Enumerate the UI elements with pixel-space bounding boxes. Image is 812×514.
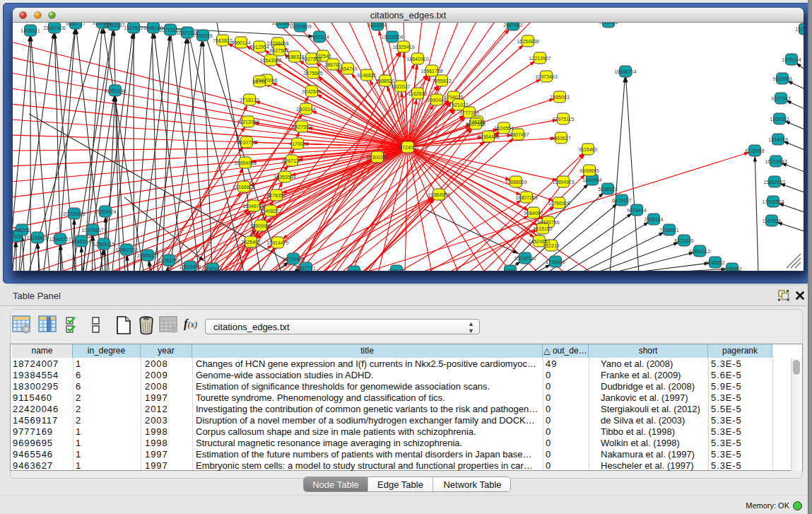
svg-text:20206526: 20206526 <box>63 211 85 216</box>
svg-text:9146821: 9146821 <box>357 73 376 78</box>
svg-text:23226058: 23226058 <box>266 41 288 46</box>
svg-text:1292344: 1292344 <box>203 267 222 271</box>
svg-text:9329966: 9329966 <box>772 76 792 81</box>
svg-text:15136141: 15136141 <box>514 256 536 261</box>
svg-text:16961758: 16961758 <box>420 69 442 74</box>
svg-text:8471676: 8471676 <box>674 238 693 243</box>
svg-text:16909946: 16909946 <box>249 223 271 228</box>
svg-text:12505115: 12505115 <box>93 242 115 247</box>
svg-text:1921022: 1921022 <box>449 103 468 107</box>
svg-text:10688609: 10688609 <box>505 180 526 185</box>
svg-text:1527602: 1527602 <box>124 25 143 30</box>
svg-text:2718170: 2718170 <box>240 98 259 103</box>
svg-text:8660124: 8660124 <box>231 40 250 45</box>
svg-text:2687682: 2687682 <box>503 23 522 28</box>
svg-text:12213369: 12213369 <box>237 119 259 124</box>
svg-text:549822: 549822 <box>262 209 278 214</box>
svg-text:1575104: 1575104 <box>795 27 804 32</box>
svg-text:232546: 232546 <box>314 54 331 59</box>
svg-text:1733426: 1733426 <box>546 259 565 264</box>
svg-text:10807487: 10807487 <box>507 132 529 137</box>
svg-text:9827502: 9827502 <box>269 48 288 53</box>
svg-text:10756928: 10756928 <box>548 201 570 206</box>
svg-text:1575104: 1575104 <box>782 57 801 62</box>
svg-text:12213967: 12213967 <box>529 56 551 61</box>
svg-text:9457771: 9457771 <box>296 266 315 271</box>
svg-text:8322037: 8322037 <box>391 84 410 89</box>
svg-text:417006: 417006 <box>289 141 305 146</box>
svg-text:17359924: 17359924 <box>94 209 116 214</box>
svg-text:9121056: 9121056 <box>599 23 618 25</box>
svg-text:10958127: 10958127 <box>136 253 158 258</box>
svg-text:8267130: 8267130 <box>282 158 301 163</box>
svg-text:15692921: 15692921 <box>763 180 785 185</box>
svg-text:9427552: 9427552 <box>292 124 311 129</box>
svg-text:21691406: 21691406 <box>43 25 65 30</box>
svg-text:5938923: 5938923 <box>598 187 617 192</box>
svg-text:9227342: 9227342 <box>771 96 790 101</box>
svg-text:1615152: 1615152 <box>533 226 552 231</box>
svg-text:9245652: 9245652 <box>722 267 741 271</box>
svg-text:16543982: 16543982 <box>259 58 281 63</box>
svg-text:16046706: 16046706 <box>242 204 264 209</box>
svg-text:1640954: 1640954 <box>582 177 601 182</box>
svg-text:1244419: 1244419 <box>768 137 787 142</box>
svg-text:8813054: 8813054 <box>367 23 387 28</box>
svg-text:12156829: 12156829 <box>26 235 48 240</box>
svg-text:9777169: 9777169 <box>459 110 478 115</box>
svg-text:10973493: 10973493 <box>535 74 557 79</box>
svg-text:17016504: 17016504 <box>762 199 784 204</box>
svg-text:10975867: 10975867 <box>81 228 103 233</box>
svg-text:2935114: 2935114 <box>645 217 664 222</box>
svg-text:3875685: 3875685 <box>303 71 322 76</box>
svg-text:16914479: 16914479 <box>266 240 288 245</box>
svg-text:1209382: 1209382 <box>770 117 789 122</box>
svg-text:6497568: 6497568 <box>466 122 485 127</box>
svg-text:18807249: 18807249 <box>515 195 537 200</box>
svg-text:1588520: 1588520 <box>375 78 394 83</box>
svg-text:20364436: 20364436 <box>477 134 499 139</box>
svg-text:19654985: 19654985 <box>234 160 256 165</box>
svg-text:9115460: 9115460 <box>579 147 598 152</box>
svg-text:1145194: 1145194 <box>72 239 91 244</box>
svg-text:7485063: 7485063 <box>550 95 569 100</box>
svg-text:9084067: 9084067 <box>524 211 543 216</box>
svg-text:8878352: 8878352 <box>266 193 286 198</box>
svg-text:7625402: 7625402 <box>241 240 260 245</box>
svg-text:10654112: 10654112 <box>689 249 711 254</box>
svg-text:9463627: 9463627 <box>551 136 570 141</box>
svg-text:15716485: 15716485 <box>282 257 304 262</box>
svg-text:16154838: 16154838 <box>517 39 539 44</box>
svg-text:924506: 924506 <box>346 269 362 271</box>
svg-text:1405571: 1405571 <box>20 28 40 33</box>
svg-text:21053346: 21053346 <box>104 88 126 93</box>
svg-text:9242845: 9242845 <box>302 89 321 94</box>
svg-text:6794028: 6794028 <box>444 95 463 100</box>
svg-text:1610755: 1610755 <box>237 140 256 145</box>
svg-text:7032621: 7032621 <box>659 228 678 233</box>
svg-text:6479197: 6479197 <box>612 198 631 203</box>
svg-text:19384554: 19384554 <box>428 192 449 197</box>
svg-text:18325419: 18325419 <box>392 45 414 49</box>
svg-text:1167536: 1167536 <box>763 218 782 223</box>
svg-text:8215958: 8215958 <box>745 148 764 153</box>
svg-text:9699695: 9699695 <box>579 168 599 173</box>
svg-text:7663822: 7663822 <box>213 38 232 43</box>
svg-text:16120746: 16120746 <box>537 220 559 225</box>
svg-text:9474444: 9474444 <box>627 208 646 213</box>
svg-text:252214: 252214 <box>543 243 559 248</box>
svg-text:17975115: 17975115 <box>553 117 575 122</box>
svg-text:10853287: 10853287 <box>102 23 124 28</box>
svg-text:16210643: 16210643 <box>765 159 787 164</box>
svg-text:9085: 9085 <box>505 269 516 271</box>
svg-text:19218506: 19218506 <box>381 35 403 40</box>
svg-text:16782759: 16782759 <box>158 258 180 263</box>
svg-text:7357224: 7357224 <box>310 35 329 40</box>
svg-text:16353594: 16353594 <box>273 175 295 180</box>
svg-text:7955812: 7955812 <box>432 78 451 83</box>
svg-text:12923446: 12923446 <box>179 264 201 269</box>
svg-text:9855717: 9855717 <box>66 23 85 26</box>
svg-text:2803144: 2803144 <box>296 107 315 112</box>
svg-text:3624554: 3624554 <box>494 126 513 131</box>
svg-text:18724007: 18724007 <box>396 145 418 150</box>
